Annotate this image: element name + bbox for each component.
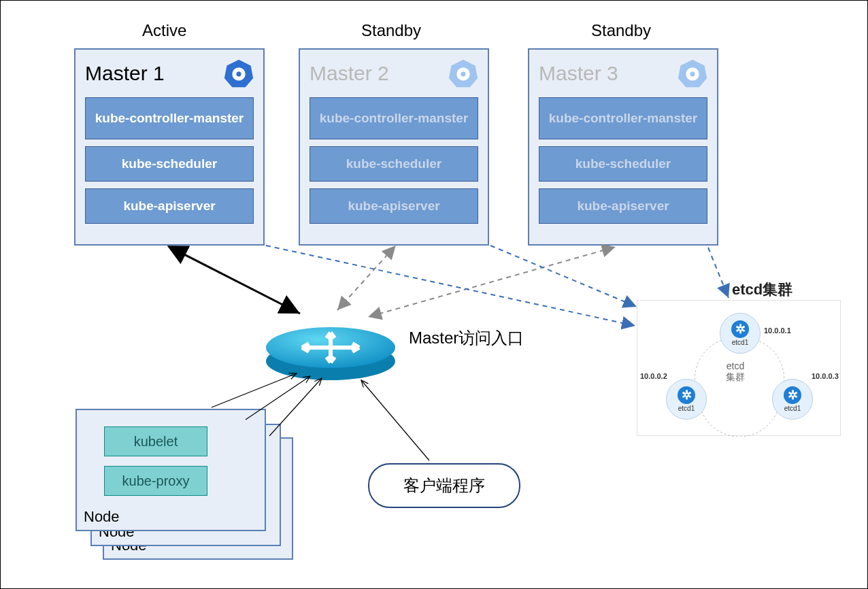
k8s-icon [448, 58, 478, 88]
master-3-box: Master 3 kube-controller-manster kube-sc… [528, 48, 718, 246]
master-2-title: Master 2 [310, 62, 389, 85]
svg-line-16 [708, 248, 729, 298]
etcd-ip-3: 10.0.0.3 [812, 372, 839, 380]
master-2-scheduler: kube-scheduler [310, 146, 478, 182]
status-active: Active [142, 21, 186, 40]
k8s-icon [678, 58, 707, 88]
master-3-scheduler: kube-scheduler [539, 146, 707, 182]
master-1-scheduler: kube-scheduler [85, 146, 254, 182]
kube-proxy-box: kube-proxy [104, 466, 207, 496]
master-3-controller: kube-controller-manster [539, 97, 707, 139]
master-3-apiserver: kube-apiserver [539, 188, 707, 224]
etcd-ip-1: 10.0.0.1 [764, 326, 791, 335]
master-1-controller: kube-controller-manster [85, 97, 254, 139]
router-label: Master访问入口 [409, 327, 524, 349]
status-standby-2: Standby [591, 21, 651, 40]
etcd-cluster-box: ✲ etcd1 ✲ etcd1 ✲ etcd1 10.0.0.1 10.0.0.… [637, 300, 841, 436]
master-1-box: Master 1 kube-controller-manster kube-sc… [74, 48, 265, 246]
master-1-title: Master 1 [85, 62, 165, 85]
gear-icon: ✲ [678, 386, 695, 404]
etcd-node-3: ✲ etcd1 [772, 379, 813, 420]
status-standby-1: Standby [361, 21, 421, 40]
node-box-front: kubelet kube-proxy Node [76, 409, 266, 531]
gear-icon: ✲ [731, 320, 749, 338]
master-2-box: Master 2 kube-controller-manster kube-sc… [299, 48, 489, 246]
master-2-controller: kube-controller-manster [310, 97, 478, 139]
svg-line-13 [368, 248, 613, 317]
svg-point-8 [690, 71, 695, 76]
svg-line-20 [361, 380, 429, 460]
svg-point-2 [236, 71, 241, 76]
k8s-icon [224, 58, 254, 88]
node-label-1: Node [84, 508, 120, 526]
client-box: 客户端程序 [368, 463, 520, 508]
router-icon [263, 300, 399, 382]
master-1-apiserver: kube-apiserver [85, 188, 254, 224]
master-2-apiserver: kube-apiserver [310, 188, 478, 224]
gear-icon: ✲ [784, 386, 801, 404]
node-stack: Node Node kubelet kube-proxy Node [76, 409, 280, 558]
etcd-title: etcd集群 [732, 280, 792, 300]
kubelet-box: kubelet [104, 426, 207, 456]
diagram-canvas: Active Standby Standby Master 1 kube-con… [0, 0, 868, 589]
master-3-title: Master 3 [539, 62, 618, 85]
svg-line-15 [490, 246, 637, 307]
etcd-node-1: ✲ etcd1 [720, 313, 761, 354]
svg-point-5 [461, 71, 465, 76]
etcd-node-2: ✲ etcd1 [666, 379, 707, 420]
etcd-ip-2: 10.0.0.2 [640, 372, 667, 380]
etcd-center-label: etcd 集群 [726, 360, 745, 384]
